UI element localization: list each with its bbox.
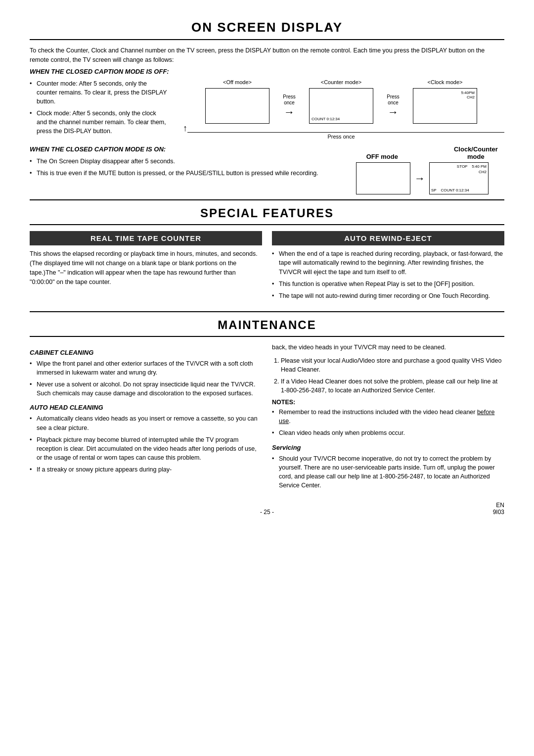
when-on-section: WHEN THE CLOSED CAPTION MODE IS ON: The … <box>30 145 504 194</box>
auto-head-bullet-1: Automatically cleans video heads as you … <box>30 414 262 432</box>
notes-bullets: Remember to read the instructions includ… <box>272 408 504 437</box>
intro-paragraph: To check the Counter, Clock and Channel … <box>30 46 504 65</box>
clock-top: 5:40PMCH2 <box>461 91 475 100</box>
clock-counter-label: Clock/Counter mode <box>454 145 498 160</box>
title-divider <box>30 39 504 40</box>
clock-mode-box: 5:40PMCH2 <box>413 88 477 124</box>
footer-en: EN <box>496 502 504 509</box>
cc-bullet-2: This is true even if the MUTE button is … <box>30 169 346 178</box>
cc-on-diagram: OFF mode Clock/Counter mode → STOP 5:40 … <box>356 145 504 194</box>
press-once-2-label: Pressonce <box>387 94 400 106</box>
when-on-heading: WHEN THE CLOSED CAPTION MODE IS ON: <box>30 145 346 153</box>
footer-code-num: 9I03 <box>493 509 504 516</box>
cc-bullet-1: The On Screen Display disappear after 5 … <box>30 157 346 166</box>
note-bullet-2: Clean video heads only when problems occ… <box>272 428 504 437</box>
arrow-right-1: → <box>284 107 295 118</box>
when-off-diagram: <Off mode> <Counter mode> <Clock mode> P… <box>178 79 504 141</box>
cc-on-left: WHEN THE CLOSED CAPTION MODE IS ON: The … <box>30 145 346 183</box>
counter-mode-label: <Counter mode> <box>321 79 362 85</box>
cabinet-bullet-1: Wipe the front panel and other exterior … <box>30 359 262 377</box>
maint-left: CABINET CLEANING Wipe the front panel an… <box>30 343 262 495</box>
auto-rewind-bullet-1: When the end of a tape is reached during… <box>272 249 504 276</box>
maintenance-divider <box>30 311 504 312</box>
cc-on-bullets: The On Screen Display disappear after 5 … <box>30 157 346 178</box>
numbered-item-1: Please visit your local Audio/Video stor… <box>281 356 504 374</box>
press-once-3-label: Press once <box>178 134 504 140</box>
when-off-section: Counter mode: After 5 seconds, only the … <box>30 79 504 141</box>
right-col-text: back, the video heads in your TV/VCR may… <box>272 343 504 352</box>
footer-code: EN 9I03 <box>493 502 504 516</box>
off-mode-bullets: Counter mode: After 5 seconds, only the … <box>30 79 168 136</box>
features-grid: Real Time Tape Counter This shows the el… <box>30 231 504 305</box>
press-once-1-label: Pressonce <box>283 94 296 106</box>
off-mode-box <box>205 88 269 124</box>
when-off-left: Counter mode: After 5 seconds, only the … <box>30 79 168 141</box>
sp-count-label: SP COUNT 0:12:34 <box>431 188 469 192</box>
auto-rewind-bullet-3: The tape will not auto-rewind during tim… <box>272 291 504 300</box>
count-label: COUNT 0:12:34 <box>312 117 340 121</box>
servicing-bullet-1: Should your TV/VCR become inoperative, d… <box>272 454 504 490</box>
notes-label: NOTES: <box>272 399 504 406</box>
special-features-divider2 <box>30 224 504 225</box>
page-title: On Screen Display <box>30 20 504 35</box>
cabinet-bullets: Wipe the front panel and other exterior … <box>30 359 262 398</box>
off-mode-cc-box <box>356 162 410 194</box>
special-features-title: Special Features <box>30 206 504 220</box>
auto-head-bullet-3: If a streaky or snowy picture appears du… <box>30 465 262 474</box>
arrow-right-2: → <box>388 107 399 118</box>
note-bullet-1: Remember to read the instructions includ… <box>272 408 504 425</box>
auto-head-bullets: Automatically cleans video heads as you … <box>30 414 262 474</box>
footer-page: - 25 - <box>260 509 274 516</box>
auto-rewind-col: Auto Rewind-Eject When the end of a tape… <box>272 231 504 305</box>
counter-mode-box: COUNT 0:12:34 <box>309 88 373 124</box>
maint-right: back, the video heads in your TV/VCR may… <box>272 343 504 495</box>
clock-counter-box: STOP 5:40 PM CH2 SP COUNT 0:12:34 <box>429 162 489 194</box>
maintenance-title: Maintenance <box>30 318 504 332</box>
off-bullet-2: Clock mode: After 5 seconds, only the cl… <box>30 109 168 136</box>
maintenance-grid: CABINET CLEANING Wipe the front panel an… <box>30 343 504 495</box>
cabinet-bullet-2: Never use a solvent or alcohol. Do not s… <box>30 380 262 398</box>
maintenance-divider2 <box>30 336 504 337</box>
cc-arrow-right: → <box>414 172 425 185</box>
off-mode-cc-label: OFF mode <box>366 153 398 160</box>
tape-counter-col: Real Time Tape Counter This shows the el… <box>30 231 262 305</box>
arrow-up: ↑ <box>183 124 187 133</box>
stop-label: STOP 5:40 PM CH2 <box>457 164 487 175</box>
when-off-heading: WHEN THE CLOSED CAPTION MODE IS OFF: <box>30 68 504 75</box>
off-mode-label: <Off mode> <box>223 79 252 85</box>
auto-rewind-bullet-2: This function is operative when Repeat P… <box>272 280 504 288</box>
off-bullet-1: Counter mode: After 5 seconds, only the … <box>30 79 168 106</box>
auto-head-heading: AUTO HEAD CLEANING <box>30 404 262 411</box>
auto-head-bullet-2: Playback picture may become blurred of i… <box>30 435 262 462</box>
numbered-item-2: If a Video Head Cleaner does not solve t… <box>281 377 504 395</box>
servicing-heading: Servicing <box>272 444 504 451</box>
tape-counter-text: This shows the elapsed recording or play… <box>30 249 262 286</box>
footer: - 25 - EN 9I03 <box>30 505 504 516</box>
clock-mode-label: <Clock mode> <box>428 79 463 85</box>
cabinet-cleaning-heading: CABINET CLEANING <box>30 349 262 356</box>
servicing-bullets: Should your TV/VCR become inoperative, d… <box>272 454 504 490</box>
auto-rewind-heading: Auto Rewind-Eject <box>272 231 504 245</box>
special-features-divider <box>30 199 504 200</box>
auto-rewind-bullets: When the end of a tape is reached during… <box>272 249 504 300</box>
tape-counter-heading: Real Time Tape Counter <box>30 231 262 245</box>
